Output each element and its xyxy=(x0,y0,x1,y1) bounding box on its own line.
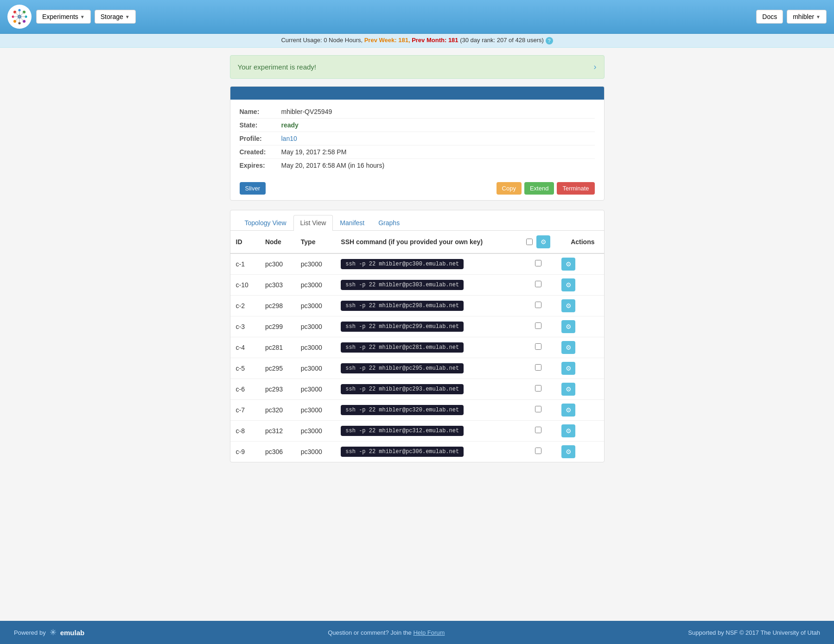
cell-node: pc303 xyxy=(260,274,295,295)
cell-action: ⚙ xyxy=(556,253,604,275)
row-checkbox[interactable] xyxy=(535,406,541,412)
ssh-command[interactable]: ssh -p 22 mhibler@pc299.emulab.net xyxy=(341,322,464,332)
ssh-command[interactable]: ssh -p 22 mhibler@pc306.emulab.net xyxy=(341,447,464,457)
cell-type: pc3000 xyxy=(295,379,336,399)
ssh-command[interactable]: ssh -p 22 mhibler@pc312.emulab.net xyxy=(341,426,464,436)
profile-label: Profile: xyxy=(240,135,281,142)
tab-topology-link[interactable]: Topology View xyxy=(245,219,286,227)
ssh-command[interactable]: ssh -p 22 mhibler@pc300.emulab.net xyxy=(341,259,464,269)
row-gear-button[interactable]: ⚙ xyxy=(561,341,575,354)
experiment-details: Name: mhibler-QV25949 State: ready Profi… xyxy=(230,86,605,201)
cell-checkbox xyxy=(521,253,556,275)
row-checkbox[interactable] xyxy=(535,302,541,308)
docs-button[interactable]: Docs xyxy=(756,10,783,24)
row-checkbox[interactable] xyxy=(535,260,541,266)
info-icon[interactable]: ? xyxy=(546,37,553,44)
name-label: Name: xyxy=(240,108,281,115)
footer-center-text: Question or comment? Join the xyxy=(328,629,412,636)
row-gear-button[interactable]: ⚙ xyxy=(561,424,575,437)
cell-node: pc281 xyxy=(260,337,295,358)
experiments-chevron-icon: ▼ xyxy=(80,14,85,19)
experiment-header-bar xyxy=(230,87,604,100)
cell-type: pc3000 xyxy=(295,441,336,462)
tab-manifest-link[interactable]: Manifest xyxy=(340,219,364,227)
row-gear-button[interactable]: ⚙ xyxy=(561,404,575,417)
sliver-button[interactable]: Sliver xyxy=(240,182,266,195)
cell-checkbox xyxy=(521,399,556,420)
profile-link[interactable]: lan10 xyxy=(281,135,297,142)
cell-node: pc300 xyxy=(260,253,295,275)
storage-menu-button[interactable]: Storage ▼ xyxy=(95,10,136,24)
terminate-button[interactable]: Terminate xyxy=(557,182,594,195)
actions-row: Sliver Copy Extend Terminate xyxy=(230,177,604,200)
row-gear-button[interactable]: ⚙ xyxy=(561,258,575,271)
tabs-header: Topology View List View Manifest Graphs xyxy=(230,210,604,231)
tab-graphs[interactable]: Graphs xyxy=(371,215,407,230)
row-checkbox[interactable] xyxy=(535,364,541,371)
cell-ssh: ssh -p 22 mhibler@pc306.emulab.net xyxy=(335,441,521,462)
cell-id: c-9 xyxy=(230,441,260,462)
footer-brand: emulab xyxy=(60,629,85,637)
cell-checkbox xyxy=(521,316,556,337)
select-all-checkbox[interactable] xyxy=(526,239,533,245)
table-row: c-5 pc295 pc3000 ssh -p 22 mhibler@pc295… xyxy=(230,358,604,379)
experiments-menu-button[interactable]: Experiments ▼ xyxy=(36,10,91,24)
row-gear-button[interactable]: ⚙ xyxy=(561,320,575,333)
row-checkbox[interactable] xyxy=(535,322,541,329)
cell-action: ⚙ xyxy=(556,379,604,399)
state-label: State: xyxy=(240,121,281,129)
tab-topology[interactable]: Topology View xyxy=(238,215,293,230)
row-gear-button[interactable]: ⚙ xyxy=(561,362,575,375)
cell-type: pc3000 xyxy=(295,253,336,275)
row-gear-button[interactable]: ⚙ xyxy=(561,383,575,396)
ssh-command[interactable]: ssh -p 22 mhibler@pc303.emulab.net xyxy=(341,280,464,290)
footer-powered-by: Powered by xyxy=(14,629,46,636)
cell-ssh: ssh -p 22 mhibler@pc295.emulab.net xyxy=(335,358,521,379)
experiment-ready-text: Your experiment is ready! xyxy=(238,63,317,71)
svg-line-11 xyxy=(15,17,19,21)
table-row: c-6 pc293 pc3000 ssh -p 22 mhibler@pc293… xyxy=(230,379,604,399)
ssh-command[interactable]: ssh -p 22 mhibler@pc298.emulab.net xyxy=(341,301,464,311)
cell-id: c-3 xyxy=(230,316,260,337)
user-menu-button[interactable]: mhibler ▼ xyxy=(787,10,827,24)
cell-ssh: ssh -p 22 mhibler@pc320.emulab.net xyxy=(335,399,521,420)
extend-button[interactable]: Extend xyxy=(524,182,554,195)
gear-header-button[interactable]: ⚙ xyxy=(536,235,550,248)
header-right: Docs mhibler ▼ xyxy=(756,10,827,24)
expires-value: May 20, 2017 6:58 AM (in 16 hours) xyxy=(281,162,385,169)
tab-manifest[interactable]: Manifest xyxy=(333,215,371,230)
tab-list[interactable]: List View xyxy=(293,215,333,231)
cell-action: ⚙ xyxy=(556,274,604,295)
cell-checkbox xyxy=(521,379,556,399)
col-node: Node xyxy=(260,231,295,253)
created-value: May 19, 2017 2:58 PM xyxy=(281,148,347,156)
row-checkbox[interactable] xyxy=(535,343,541,350)
ssh-command[interactable]: ssh -p 22 mhibler@pc281.emulab.net xyxy=(341,342,464,353)
cell-ssh: ssh -p 22 mhibler@pc293.emulab.net xyxy=(335,379,521,399)
tab-graphs-link[interactable]: Graphs xyxy=(378,219,400,227)
row-checkbox[interactable] xyxy=(535,448,541,454)
cell-node: pc293 xyxy=(260,379,295,399)
cell-ssh: ssh -p 22 mhibler@pc281.emulab.net xyxy=(335,337,521,358)
ssh-command[interactable]: ssh -p 22 mhibler@pc295.emulab.net xyxy=(341,363,464,373)
cell-action: ⚙ xyxy=(556,358,604,379)
ssh-command[interactable]: ssh -p 22 mhibler@pc293.emulab.net xyxy=(341,384,464,394)
row-gear-button[interactable]: ⚙ xyxy=(561,445,575,458)
details-table: Name: mhibler-QV25949 State: ready Profi… xyxy=(230,100,604,177)
ssh-command[interactable]: ssh -p 22 mhibler@pc320.emulab.net xyxy=(341,405,464,415)
footer-center: Question or comment? Join the Help Forum xyxy=(328,629,445,636)
row-gear-button[interactable]: ⚙ xyxy=(561,299,575,312)
cell-id: c-6 xyxy=(230,379,260,399)
cell-node: pc312 xyxy=(260,420,295,441)
cell-node: pc306 xyxy=(260,441,295,462)
row-checkbox[interactable] xyxy=(535,427,541,433)
row-checkbox[interactable] xyxy=(535,385,541,391)
copy-button[interactable]: Copy xyxy=(497,182,522,195)
cell-id: c-1 xyxy=(230,253,260,275)
experiment-ready-banner[interactable]: Your experiment is ready! › xyxy=(230,55,605,79)
name-value: mhibler-QV25949 xyxy=(281,108,332,115)
row-gear-button[interactable]: ⚙ xyxy=(561,278,575,291)
cell-ssh: ssh -p 22 mhibler@pc299.emulab.net xyxy=(335,316,521,337)
footer-help-link[interactable]: Help Forum xyxy=(413,629,445,636)
row-checkbox[interactable] xyxy=(535,281,541,287)
